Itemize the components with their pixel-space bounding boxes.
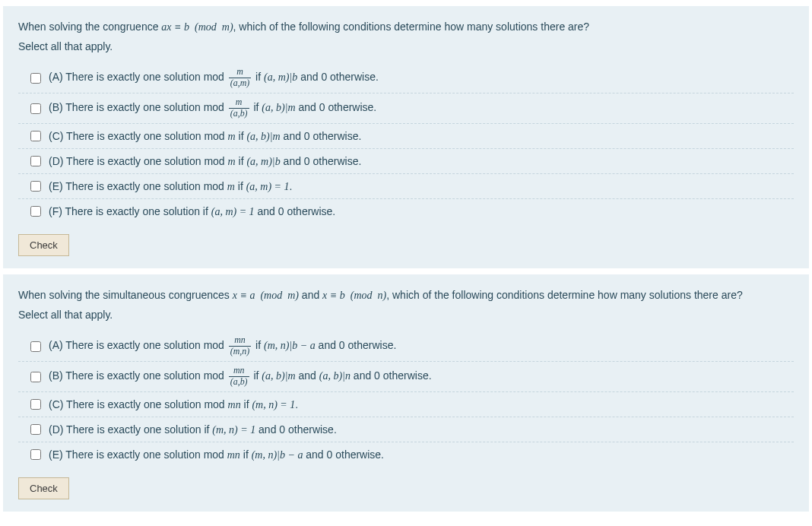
q2-E-var: mn [227, 449, 240, 461]
q1-D-mid: if [236, 155, 247, 167]
q1-C-pre: There is exactly one solution mod [63, 130, 227, 142]
q1-A-pre: There is exactly one solution mod [63, 71, 227, 84]
q1-F-letter: (F) [49, 205, 62, 217]
q1-C-letter: (C) [49, 130, 63, 142]
q2-A-pre: There is exactly one solution mod [63, 340, 227, 352]
q1-B-cond: (a, b)|m [262, 102, 295, 113]
q2-D-post: and 0 otherwise. [255, 423, 337, 436]
q2-E-letter: (E) [49, 448, 63, 461]
q1-A-mid: if [252, 71, 264, 84]
q2-D-cond: (m, n) = 1 [212, 424, 255, 436]
q1-checkbox-D[interactable] [30, 156, 41, 166]
question-2-prompt: When solving the simultaneous congruence… [18, 287, 794, 304]
q1-prompt-pre: When solving the congruence [18, 21, 161, 33]
q1-checkbox-E[interactable] [30, 181, 41, 192]
q1-label-B: (B) There is exactly one solution mod m(… [49, 98, 376, 119]
q2-option-D[interactable]: (D) There is exactly one solution if (m,… [18, 417, 794, 442]
q2-E-cond: (m, n)|b − a [252, 449, 303, 461]
q1-A-post: and 0 otherwise. [297, 71, 379, 84]
q1-B-den: (a,b) [229, 109, 249, 119]
q1-A-cond: (a, m)|b [264, 72, 297, 84]
q2-prompt-pre: When solving the simultaneous congruence… [18, 289, 233, 301]
q1-E-pre: There is exactly one solution mod [63, 180, 227, 192]
q1-prompt-post: , which of the following conditions dete… [233, 21, 589, 33]
q1-label-A: (A) There is exactly one solution mod m(… [49, 68, 379, 88]
q2-option-E[interactable]: (E) There is exactly one solution mod mn… [18, 442, 794, 467]
q1-A-letter: (A) [49, 71, 63, 84]
q1-D-pre: There is exactly one solution mod [63, 155, 227, 167]
q2-checkbox-C[interactable] [30, 399, 41, 410]
q2-option-A[interactable]: (A) There is exactly one solution mod mn… [18, 331, 794, 362]
q1-B-pre: There is exactly one solution mod [63, 101, 227, 113]
q2-D-pre: There is exactly one solution if [63, 423, 212, 436]
q2-A-cond: (m, n)|b − a [264, 341, 316, 352]
q2-C-mid: if [241, 398, 252, 410]
q1-C-mid: if [236, 130, 247, 142]
q1-A-num: m [229, 68, 251, 78]
q2-E-post: and 0 otherwise. [303, 448, 384, 461]
q1-option-D[interactable]: (D) There is exactly one solution mod m … [18, 149, 794, 174]
q1-check-button[interactable]: Check [18, 234, 69, 256]
q2-B-cond2: (a, b)|n [319, 370, 350, 382]
q2-prompt-math1: x ≡ a (mod m) [233, 290, 299, 301]
q1-B-post: and 0 otherwise. [296, 101, 377, 113]
q1-option-B[interactable]: (B) There is exactly one solution mod m(… [18, 93, 794, 124]
q2-prompt-post: , which of the following conditions dete… [386, 289, 742, 301]
q1-checkbox-F[interactable] [30, 206, 41, 217]
q2-D-letter: (D) [49, 423, 63, 436]
q1-option-F[interactable]: (F) There is exactly one solution if (a,… [18, 199, 794, 223]
question-2: When solving the simultaneous congruence… [3, 274, 809, 512]
q2-checkbox-A[interactable] [30, 341, 41, 352]
q1-option-E[interactable]: (E) There is exactly one solution mod m … [18, 174, 794, 199]
q1-E-cond: (a, m) = 1 [246, 181, 290, 192]
q2-B-mid2: and [296, 369, 319, 382]
q2-checkbox-E[interactable] [30, 449, 41, 460]
q2-B-cond: (a, b)|m [262, 370, 295, 382]
q2-option-C[interactable]: (C) There is exactly one solution mod mn… [18, 392, 794, 417]
q1-checkbox-A[interactable] [30, 73, 41, 84]
q1-checkbox-B[interactable] [30, 103, 41, 114]
q2-E-pre: There is exactly one solution mod [63, 448, 227, 461]
q2-B-mid: if [251, 369, 262, 382]
q2-B-den: (a,b) [229, 377, 249, 387]
q1-instruction: Select all that apply. [18, 40, 794, 52]
q1-B-num: m [229, 98, 249, 109]
q2-check-button[interactable]: Check [18, 477, 69, 499]
question-1-prompt: When solving the congruence ax ≡ b (mod … [18, 18, 794, 36]
q2-instruction: Select all that apply. [18, 309, 794, 321]
q2-A-den: (m,n) [229, 347, 251, 356]
q1-D-var: m [228, 156, 236, 167]
q1-F-post: and 0 otherwise. [255, 205, 336, 217]
q1-A-frac: m(a,m) [229, 68, 251, 88]
q1-option-A[interactable]: (A) There is exactly one solution mod m(… [18, 63, 794, 93]
q1-B-frac: m(a,b) [229, 98, 249, 119]
q1-D-post: and 0 otherwise. [281, 155, 362, 167]
q2-B-pre: There is exactly one solution mod [63, 369, 227, 382]
q1-E-var: m [227, 181, 235, 192]
q1-label-D: (D) There is exactly one solution mod m … [49, 155, 361, 168]
q2-prompt-and: and [299, 289, 322, 301]
q1-label-E: (E) There is exactly one solution mod m … [49, 180, 292, 193]
q2-B-letter: (B) [49, 369, 63, 382]
q1-D-cond: (a, m)|b [246, 156, 280, 167]
q1-checkbox-C[interactable] [30, 131, 41, 141]
q1-option-C[interactable]: (C) There is exactly one solution mod m … [18, 124, 794, 149]
q1-E-letter: (E) [49, 180, 63, 192]
q1-B-letter: (B) [49, 101, 63, 113]
q2-C-var: mn [228, 399, 241, 410]
q2-B-post: and 0 otherwise. [350, 369, 432, 382]
q1-label-C: (C) There is exactly one solution mod m … [49, 130, 361, 143]
question-1: When solving the congruence ax ≡ b (mod … [3, 6, 809, 268]
q2-C-post: . [295, 398, 298, 410]
q2-option-B[interactable]: (B) There is exactly one solution mod mn… [18, 362, 794, 392]
q2-A-post: and 0 otherwise. [316, 340, 397, 352]
q1-E-post: . [290, 180, 293, 192]
q2-B-frac: mn(a,b) [229, 366, 249, 387]
q2-checkbox-D[interactable] [30, 424, 41, 435]
q1-C-cond: (a, b)|m [246, 131, 280, 142]
q2-C-letter: (C) [49, 398, 63, 410]
q1-C-post: and 0 otherwise. [281, 130, 362, 142]
q2-checkbox-B[interactable] [30, 372, 41, 382]
q2-A-num: mn [229, 336, 251, 347]
q1-prompt-math: ax ≡ b (mod m) [161, 21, 233, 33]
